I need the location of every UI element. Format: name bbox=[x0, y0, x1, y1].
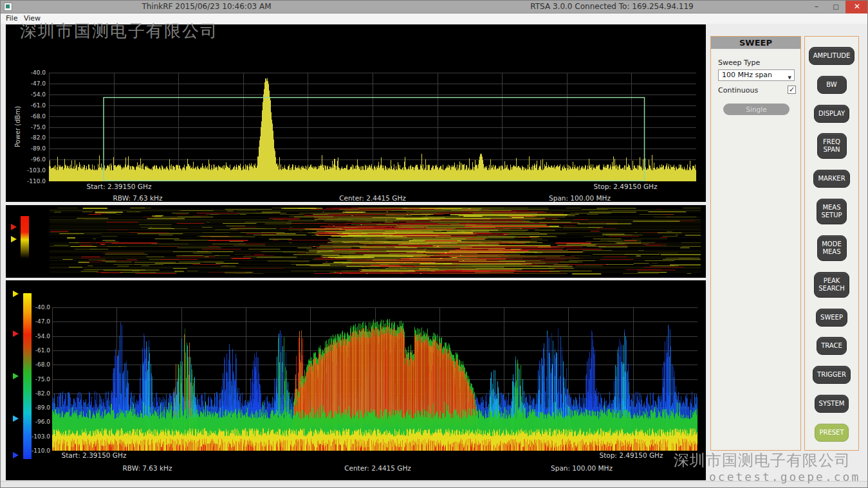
y-tick-label: -61.0 bbox=[6, 347, 50, 354]
side-button-meas-setup[interactable]: MEAS SETUP bbox=[817, 199, 846, 224]
center-freq-label: Center: 2.4415 GHz bbox=[344, 464, 411, 472]
side-button-bw[interactable]: BW bbox=[817, 76, 847, 94]
y-tick-label: -110.0 bbox=[6, 178, 46, 185]
center-freq-label: Center: 2.4415 GHz bbox=[339, 194, 406, 202]
persistence-canvas bbox=[52, 307, 697, 451]
y-tick-label: -96.0 bbox=[6, 419, 50, 425]
persistence-marker-yellow-icon[interactable] bbox=[13, 291, 19, 297]
app-icon-glyph bbox=[6, 5, 10, 8]
y-tick-label: -96.0 bbox=[6, 156, 46, 163]
minimize-button[interactable]: – bbox=[807, 1, 826, 14]
sweep-panel-title: SWEEP bbox=[711, 37, 800, 49]
window-title: ThinkRF 2015/06/23 10:46:03 AM bbox=[52, 2, 361, 11]
close-button[interactable]: ✕ bbox=[845, 1, 868, 14]
title-bar: ThinkRF 2015/06/23 10:46:03 AM RTSA 3.0.… bbox=[1, 1, 867, 14]
spectrum-trace-canvas bbox=[49, 73, 696, 181]
y-tick-label: -54.0 bbox=[6, 91, 46, 98]
sweep-type-label: Sweep Type bbox=[718, 59, 760, 67]
side-button-amplitude[interactable]: AMPLITUDE bbox=[809, 47, 854, 65]
y-tick-label: -47.0 bbox=[6, 80, 46, 87]
side-button-marker[interactable]: MARKER bbox=[813, 170, 849, 188]
y-tick-label: -75.0 bbox=[6, 124, 46, 131]
chevron-down-icon: ▼ bbox=[788, 73, 791, 83]
side-button-preset[interactable]: PRESET bbox=[815, 424, 848, 442]
single-sweep-button[interactable]: Single bbox=[723, 104, 790, 115]
y-tick-label: -82.0 bbox=[6, 134, 46, 141]
side-button-display[interactable]: DISPLAY bbox=[814, 105, 849, 123]
app-window: ThinkRF 2015/06/23 10:46:03 AM RTSA 3.0.… bbox=[0, 0, 868, 488]
stop-freq-label: Stop: 2.49150 GHz bbox=[599, 451, 663, 459]
waterfall-marker-red-icon[interactable] bbox=[11, 224, 17, 230]
y-tick-label: -103.0 bbox=[6, 433, 50, 440]
side-button-trace[interactable]: TRACE bbox=[817, 337, 847, 355]
y-tick-label: -40.0 bbox=[6, 304, 50, 311]
sweep-type-dropdown[interactable]: 100 MHz span ▼ bbox=[718, 69, 795, 81]
y-tick-label: -89.0 bbox=[6, 145, 46, 152]
side-button-system[interactable]: SYSTEM bbox=[815, 395, 849, 413]
waterfall-canvas bbox=[50, 208, 701, 275]
side-button-peak-search[interactable]: PEAK SEARCH bbox=[814, 272, 849, 298]
side-button-sweep[interactable]: SWEEP bbox=[816, 309, 847, 327]
waterfall-colorbar bbox=[21, 216, 29, 258]
y-tick-label: -68.0 bbox=[6, 113, 46, 120]
watermark-top: 深圳市国测电子有限公司 bbox=[20, 20, 218, 42]
y-tick-label: -40.0 bbox=[6, 69, 46, 76]
y-tick-label: -54.0 bbox=[6, 333, 50, 339]
continuous-label: Continuous bbox=[718, 86, 758, 95]
spectrogram-panel bbox=[6, 205, 706, 278]
y-tick-label: -47.0 bbox=[6, 318, 50, 325]
maximize-button[interactable]: □ bbox=[826, 1, 845, 14]
sweep-settings-panel: SWEEP Sweep Type 100 MHz span ▼ Continuo… bbox=[710, 36, 801, 451]
y-tick-label: -68.0 bbox=[6, 361, 50, 368]
side-button-freq-span[interactable]: FREQ SPAN bbox=[817, 133, 847, 159]
y-tick-label: -110.0 bbox=[6, 447, 50, 454]
connection-status: RTSA 3.0.0 Connected To: 169.254.94.119 bbox=[451, 2, 773, 11]
side-button-panel: AMPLITUDEBWDISPLAYFREQ SPANMARKERMEAS SE… bbox=[804, 36, 859, 451]
menu-file[interactable]: File bbox=[6, 14, 17, 23]
y-tick-label: -89.0 bbox=[6, 404, 50, 411]
spectrum-panel: Power (dBm) -40.0-47.0-54.0-61.0-68.0-75… bbox=[6, 24, 706, 202]
rbw-label: RBW: 7.63 kHz bbox=[113, 194, 163, 202]
start-freq-label: Start: 2.39150 GHz bbox=[62, 451, 127, 459]
y-tick-label: -103.0 bbox=[6, 167, 46, 174]
persistence-panel: -40.0-47.0-54.0-61.0-68.0-75.0-82.0-89.0… bbox=[6, 280, 706, 480]
app-icon bbox=[4, 3, 12, 11]
span-label: Span: 100.00 MHz bbox=[549, 194, 611, 202]
y-tick-label: -82.0 bbox=[6, 390, 50, 397]
side-button-trigger[interactable]: TRIGGER bbox=[813, 366, 851, 384]
waterfall-marker-yellow-icon[interactable] bbox=[11, 236, 17, 242]
watermark-site: ocetest.goepe.com bbox=[709, 470, 860, 483]
start-freq-label: Start: 2.39150 GHz bbox=[87, 183, 152, 190]
continuous-checkbox[interactable]: ✓ bbox=[788, 86, 796, 94]
y-tick-label: -75.0 bbox=[6, 376, 50, 383]
side-button-mode-meas[interactable]: MODE MEAS bbox=[817, 235, 847, 261]
watermark-company: 深圳市国测电子有限公司 bbox=[674, 450, 851, 471]
stop-freq-label: Stop: 2.49150 GHz bbox=[593, 183, 657, 190]
span-label: Span: 100.00 MHz bbox=[551, 464, 613, 472]
y-tick-label: -61.0 bbox=[6, 102, 46, 109]
rbw-label: RBW: 7.63 kHz bbox=[123, 464, 172, 472]
sweep-type-value: 100 MHz span bbox=[722, 71, 772, 79]
